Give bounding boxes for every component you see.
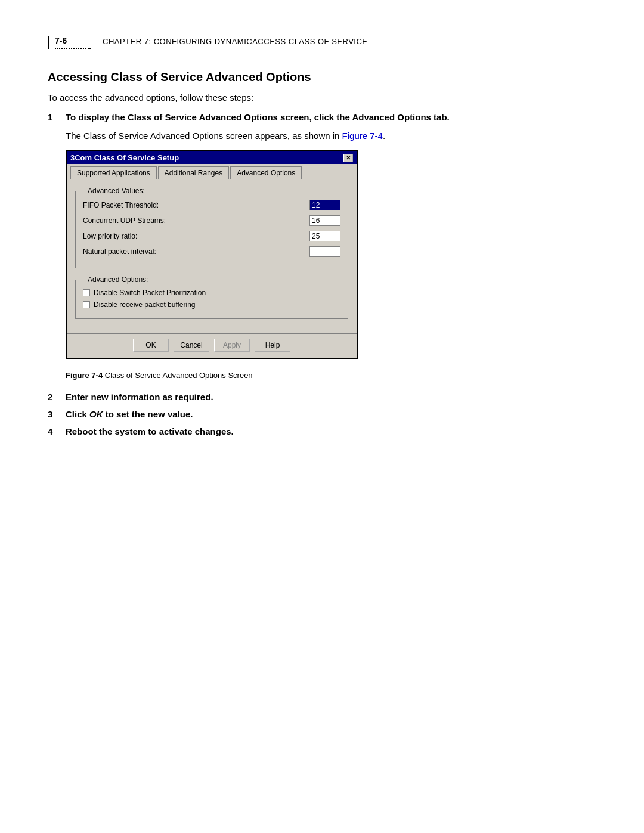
udp-input[interactable] <box>309 215 340 226</box>
checkbox-buffering-label: Disable receive packet buffering <box>94 301 196 309</box>
page-number: 7-6 <box>55 36 91 45</box>
page-header: 7-6 Chapter 7: Configuring DynamicAccess… <box>48 36 596 49</box>
fifo-label: FIFO Packet Threshold: <box>83 201 309 209</box>
dialog: 3Com Class Of Service Setup ✕ Supported … <box>66 150 358 359</box>
step-1: 1 To display the Class of Service Advanc… <box>48 112 596 122</box>
ok-button[interactable]: OK <box>133 339 169 352</box>
fifo-input[interactable] <box>309 200 340 210</box>
step-2-text: Enter new information as required. <box>66 392 213 402</box>
checkbox-switch-label: Disable Switch Packet Prioritization <box>94 289 206 297</box>
section-title: Accessing Class of Service Advanced Opti… <box>48 70 596 84</box>
step-3-number: 3 <box>48 409 66 419</box>
steps-list: 2 Enter new information as required. 3 C… <box>48 392 596 436</box>
step-1-number: 1 <box>48 112 66 122</box>
figure-number: Figure 7-4 <box>66 371 103 380</box>
checkbox-switch-prioritization[interactable] <box>83 289 90 296</box>
tab-advanced-options[interactable]: Advanced Options <box>230 166 302 179</box>
priority-label: Low priority ratio: <box>83 232 309 240</box>
tab-additional-ranges[interactable]: Additional Ranges <box>158 166 229 179</box>
step-2-number: 2 <box>48 392 66 402</box>
udp-label: Concurrent UDP Streams: <box>83 216 309 225</box>
intro-text: To access the advanced options, follow t… <box>48 92 596 103</box>
dialog-tabs: Supported Applications Additional Ranges… <box>67 164 357 179</box>
step-3-text: Click OK to set the new value. <box>66 409 193 419</box>
advanced-options-group: Advanced Options: Disable Switch Packet … <box>75 275 348 319</box>
help-button[interactable]: Help <box>255 339 290 352</box>
field-row-priority: Low priority ratio: <box>83 231 340 241</box>
tab-supported-applications[interactable]: Supported Applications <box>70 166 157 179</box>
interval-input[interactable] <box>309 246 340 257</box>
step-1-label: To display the Class of Service Advanced… <box>66 112 450 122</box>
step-3: 3 Click OK to set the new value. <box>48 409 596 419</box>
dialog-body: Advanced Values: FIFO Packet Threshold: … <box>67 179 357 333</box>
field-row-fifo: FIFO Packet Threshold: <box>83 200 340 210</box>
dialog-container: 3Com Class Of Service Setup ✕ Supported … <box>66 150 596 359</box>
field-row-udp: Concurrent UDP Streams: <box>83 215 340 226</box>
checkbox-receive-buffering[interactable] <box>83 301 90 308</box>
cancel-button[interactable]: Cancel <box>174 339 209 352</box>
interval-label: Natural packet interval: <box>83 247 309 256</box>
checkbox-row-buffering: Disable receive packet buffering <box>83 301 340 309</box>
figure-7-4-link[interactable]: Figure 7-4 <box>342 131 383 141</box>
advanced-values-group: Advanced Values: FIFO Packet Threshold: … <box>75 187 348 268</box>
step-4: 4 Reboot the system to activate changes. <box>48 426 596 436</box>
chapter-title: Chapter 7: Configuring DynamicAccess Cla… <box>103 36 368 46</box>
advanced-values-legend: Advanced Values: <box>85 187 147 195</box>
step-4-number: 4 <box>48 426 66 436</box>
dialog-footer: OK Cancel Apply Help <box>67 333 357 358</box>
figure-caption: Figure 7-4 Class of Service Advanced Opt… <box>66 371 596 380</box>
dialog-titlebar: 3Com Class Of Service Setup ✕ <box>67 151 357 164</box>
dialog-title: 3Com Class Of Service Setup <box>70 153 179 162</box>
apply-button[interactable]: Apply <box>214 339 250 352</box>
priority-input[interactable] <box>309 231 340 241</box>
step-4-text: Reboot the system to activate changes. <box>66 426 234 436</box>
dialog-close-button[interactable]: ✕ <box>343 154 353 162</box>
field-row-interval: Natural packet interval: <box>83 246 340 257</box>
advanced-options-legend: Advanced Options: <box>85 275 150 284</box>
checkbox-row-switch: Disable Switch Packet Prioritization <box>83 289 340 297</box>
figure-description: Class of Service Advanced Options Screen <box>103 371 252 380</box>
step-1-body: The Class of Service Advanced Options sc… <box>66 131 596 141</box>
step-2: 2 Enter new information as required. <box>48 392 596 402</box>
